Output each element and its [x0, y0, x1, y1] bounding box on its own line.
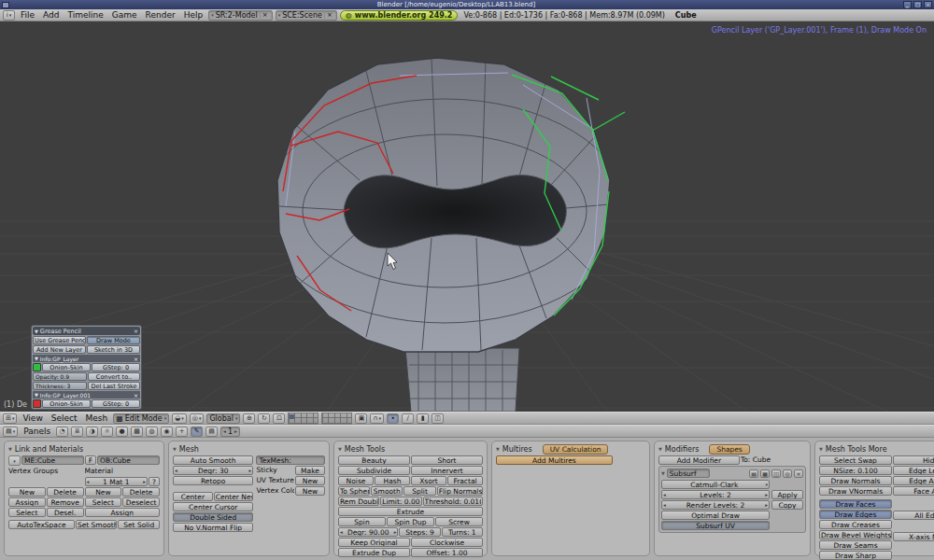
all-edges-toggle[interactable]: All Edges: [893, 511, 934, 520]
vgroup-new-button[interactable]: New: [8, 487, 46, 497]
manipulator-scale-button[interactable]: ⊡: [273, 413, 285, 424]
decrement-icon[interactable]: ◂: [223, 428, 226, 434]
radiosity-subcontext-button[interactable]: ◍: [146, 427, 158, 437]
editor-type-button[interactable]: ▤ ▾: [3, 427, 18, 437]
menu-help[interactable]: Help: [181, 10, 206, 20]
gstep-field[interactable]: GStep: 0: [92, 363, 140, 371]
modifier-editmode-toggle-icon[interactable]: ◫: [771, 469, 781, 478]
minimize-button[interactable]: ▁: [903, 1, 912, 8]
optimal-draw-toggle[interactable]: Optimal Draw: [661, 511, 770, 520]
editing-context-button[interactable]: ✎: [191, 427, 203, 437]
steps-field[interactable]: Steps: 9: [399, 527, 440, 537]
tab-shapes[interactable]: Shapes: [709, 444, 749, 455]
fake-user-button[interactable]: F: [85, 455, 96, 465]
threshold-field[interactable]: Threshold: 0.010: [423, 497, 483, 506]
draw-type-button[interactable]: ◒ ▾: [172, 413, 187, 424]
degr-field[interactable]: ◂ Degr: 30 ▸: [173, 466, 253, 475]
modifier-cage-toggle-icon[interactable]: ◎: [783, 469, 792, 478]
face-area-toggle[interactable]: Face Area: [893, 486, 934, 496]
gp-layer1-color-swatch[interactable]: [33, 363, 41, 371]
vertex-color-new-button[interactable]: New: [295, 486, 325, 496]
use-grease-pencil-button[interactable]: Use Grease Pencil: [33, 336, 86, 344]
vgroup-remove-button[interactable]: Remove: [47, 497, 84, 507]
turns-field[interactable]: Turns: 1: [442, 527, 483, 537]
viewport-3d[interactable]: GPencil Layer ('GP_Layer.001'), Frame (1…: [0, 21, 934, 412]
auto-smooth-toggle[interactable]: Auto Smooth: [173, 455, 253, 465]
keep-original-toggle[interactable]: Keep Original: [338, 538, 410, 547]
rem-double-button[interactable]: Rem Double: [338, 497, 379, 506]
lamp-subcontext-button[interactable]: ☼: [101, 427, 113, 437]
vertex-select-button[interactable]: ∙: [387, 413, 399, 424]
orientation-selector[interactable]: Global ▾: [206, 413, 240, 424]
edge-select-button[interactable]: /: [402, 413, 414, 424]
gp-layer2-color-swatch[interactable]: [33, 399, 41, 408]
set-smooth-button[interactable]: Set Smooth: [76, 520, 118, 529]
grease-pencil-panel[interactable]: ▼ Grease Pencil × Use Grease Pencil Draw…: [31, 325, 142, 410]
innervert-menu[interactable]: Innervert: [411, 466, 483, 475]
manipulator-translate-button[interactable]: ⊕: [243, 413, 255, 424]
gp-layer2-header[interactable]: ▼ Info:GP_Layer.001 ×: [33, 391, 140, 399]
increment-icon[interactable]: ▸: [234, 428, 237, 434]
onion-skin-toggle[interactable]: Onion-Skin: [42, 399, 91, 408]
material-assign-button[interactable]: Assign: [85, 508, 161, 517]
spin-button[interactable]: Spin: [338, 517, 386, 526]
object-context-button[interactable]: +: [176, 427, 188, 437]
close-icon[interactable]: ×: [134, 356, 138, 362]
edge-angles-toggle[interactable]: Edge Angles: [893, 476, 934, 485]
sticky-make-button[interactable]: Make: [295, 466, 325, 475]
buttons-window[interactable]: ▼ Link and Materials ▾ ME:Cube F OB:Cube…: [0, 438, 934, 560]
apply-modifier-button[interactable]: Apply: [771, 490, 803, 499]
screen-selector[interactable]: ▾ SR:2-Model ×: [208, 10, 272, 21]
collapse-icon[interactable]: ▼: [35, 356, 38, 361]
world-subcontext-button[interactable]: ◉: [161, 427, 173, 437]
subdiv-type-menu[interactable]: Catmull-Clark ▾: [661, 480, 770, 489]
levels-field[interactable]: ◂ Levels: 2 ▸: [661, 490, 770, 499]
select-swap-button[interactable]: Select Swap: [819, 455, 892, 465]
material-delete-button[interactable]: Delete: [122, 487, 160, 497]
vgroup-delete-button[interactable]: Delete: [47, 487, 84, 497]
no-vnormal-flip-toggle[interactable]: No V.Normal Flip: [173, 523, 253, 532]
x-axis-mirror-toggle[interactable]: X-axis Mirror: [893, 532, 934, 541]
vgroup-select-button[interactable]: Select: [8, 508, 46, 517]
limit-field[interactable]: Limit: 0.001: [380, 497, 421, 506]
pivot-button[interactable]: ◎ ▾: [190, 413, 205, 424]
subdivide-button[interactable]: Subdivide: [338, 466, 410, 475]
subsurf-uv-toggle[interactable]: Subsurf UV: [661, 521, 770, 530]
manipulator-rotate-button[interactable]: ↻: [258, 413, 270, 424]
editor-type-button[interactable]: ⊞ ▾: [3, 413, 17, 424]
shading-context-button[interactable]: ◑: [86, 427, 98, 437]
scene-selector[interactable]: ▾ SCE:Scene ×: [276, 10, 337, 21]
sketch-in-3d-toggle[interactable]: Sketch in 3D: [87, 345, 140, 354]
mesh-name-field[interactable]: ME:Cube: [21, 455, 84, 465]
close-icon[interactable]: ×: [134, 392, 138, 399]
short-toggle[interactable]: Short: [411, 455, 483, 465]
draw-normals-toggle[interactable]: Draw Normals: [819, 476, 892, 485]
delete-modifier-icon[interactable]: ×: [794, 469, 803, 478]
set-solid-button[interactable]: Set Solid: [118, 520, 160, 529]
vgroup-deselect-button[interactable]: Desel.: [47, 508, 84, 517]
menu-view[interactable]: View: [20, 413, 45, 423]
beauty-toggle[interactable]: Beauty: [338, 455, 410, 465]
edge-length-toggle[interactable]: Edge Length: [893, 466, 934, 475]
layer-buttons-group2[interactable]: [321, 413, 352, 425]
texmesh-field[interactable]: TexMesh:: [256, 455, 325, 465]
material-help-button[interactable]: ?: [149, 477, 160, 486]
script-context-button[interactable]: ≣: [71, 427, 83, 437]
del-last-stroke-button[interactable]: Del Last Stroke: [88, 382, 140, 390]
modifier-name-field[interactable]: Subsurf: [667, 469, 710, 478]
collapse-icon[interactable]: ▼: [338, 446, 342, 452]
nsize-field[interactable]: NSize: 0.100: [819, 466, 892, 475]
material-select-button[interactable]: Select: [85, 497, 122, 507]
hash-button[interactable]: Hash: [375, 476, 410, 485]
layer-buttons-group1[interactable]: [288, 413, 318, 425]
menu-mesh[interactable]: Mesh: [83, 413, 111, 423]
add-new-layer-button[interactable]: Add New Layer: [33, 345, 86, 354]
increment-icon[interactable]: ▸: [143, 479, 146, 484]
retopo-button[interactable]: Retopo: [173, 476, 253, 485]
extrude-dup-button[interactable]: Extrude Dup: [338, 548, 410, 557]
smooth-button[interactable]: Smooth: [371, 486, 403, 496]
fractal-button[interactable]: Fractal: [447, 476, 483, 485]
collapse-icon[interactable]: ▼: [35, 329, 38, 334]
add-modifier-menu[interactable]: Add Modifier: [658, 455, 740, 465]
collapse-icon[interactable]: ▼: [8, 446, 12, 452]
